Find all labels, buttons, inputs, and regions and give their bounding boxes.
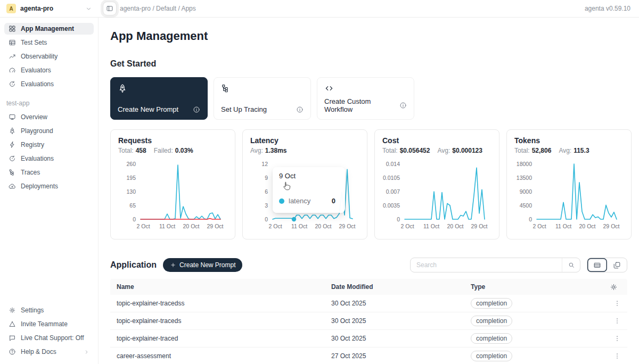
app-version: agenta v0.59.10 — [585, 5, 639, 12]
table-row[interactable]: topic-explainer-tracedss30 Oct 2025compl… — [110, 295, 627, 312]
svg-text:0.014: 0.014 — [386, 161, 400, 167]
svg-text:2 Oct: 2 Oct — [268, 223, 282, 229]
sidebar-item-overview[interactable]: Overview — [4, 111, 94, 123]
row-actions-kebab-icon[interactable] — [613, 300, 621, 307]
code-icon — [324, 84, 407, 93]
sidebar-item-label: Help & Docs — [21, 348, 56, 355]
workspace-name: agenta-pro — [20, 5, 81, 12]
requests-stat: Total:458 — [118, 147, 146, 154]
get-started-card-label: Set Up Tracing — [221, 105, 267, 113]
svg-text:0.007: 0.007 — [386, 188, 400, 195]
workspace-selector[interactable]: A agenta-pro — [0, 4, 99, 13]
sidebar-item-settings[interactable]: Settings — [4, 304, 94, 316]
app-name-cell: topic-explainer-tracedss — [110, 300, 325, 307]
page-title: App Management — [110, 29, 627, 43]
table-row[interactable]: topic-explainer-traceds30 Oct 2025comple… — [110, 312, 627, 330]
chart-icon — [9, 53, 16, 60]
chat-icon — [9, 334, 16, 342]
sidebar-item-invite-teammate[interactable]: Invite Teammate — [4, 318, 94, 330]
row-actions-kebab-icon[interactable] — [613, 335, 621, 342]
sidebar-item-evaluations[interactable]: Evaluations — [4, 78, 94, 90]
sidebar-item-observability[interactable]: Observability — [4, 51, 94, 62]
sidebar-item-playground[interactable]: Playground — [4, 125, 94, 137]
cost-chart[interactable]: 00.00350.0070.01050.0142 Oct11 Oct20 Oct… — [382, 158, 491, 232]
latency-metric-card: LatencyAvg:1.38ms0369122 Oct11 Oct20 Oct… — [242, 129, 367, 239]
sidebar-item-label: Evaluations — [21, 80, 54, 88]
get-started-card-set-up-tracing[interactable]: Set Up Tracing — [214, 77, 311, 120]
rocket-icon — [118, 84, 200, 93]
svg-text:9: 9 — [265, 175, 268, 181]
sidebar-item-live-chat-support-off[interactable]: Live Chat Support: Off — [4, 332, 94, 344]
get-started-card-create-new-prompt[interactable]: Create New Prompt — [110, 77, 208, 120]
table-row[interactable]: topic-explainer-traced30 Oct 2025complet… — [110, 330, 627, 348]
svg-text:0.0035: 0.0035 — [383, 202, 400, 209]
sidebar-item-label: Overview — [21, 113, 47, 121]
tokens-metric-card: TokensTotal:52,806Avg:115.30450090001350… — [506, 129, 632, 239]
svg-text:20 Oct: 20 Oct — [183, 223, 200, 229]
tooltip-series-row: latency0 — [279, 197, 339, 205]
sidebar-item-app-management[interactable]: App Management — [4, 23, 94, 35]
row-actions-kebab-icon[interactable] — [613, 352, 621, 360]
apps-table: Name Date Modified Type topic-explainer-… — [110, 279, 627, 364]
table-view-button[interactable] — [587, 258, 607, 272]
application-heading: Application — [110, 260, 157, 270]
date-modified-cell: 30 Oct 2025 — [325, 300, 464, 307]
chart-tooltip: 9 Octlatency0 — [273, 167, 345, 213]
table-body: topic-explainer-tracedss30 Oct 2025compl… — [110, 295, 627, 364]
row-actions-kebab-icon[interactable] — [613, 317, 621, 325]
sidebar-item-deployments[interactable]: Deployments — [4, 180, 94, 192]
application-header-row: Application Create New Prompt — [110, 258, 627, 272]
svg-text:0: 0 — [133, 216, 136, 222]
svg-text:0.0105: 0.0105 — [383, 175, 400, 181]
rocket-icon — [9, 127, 16, 135]
create-new-prompt-button[interactable]: Create New Prompt — [163, 258, 242, 272]
info-icon[interactable] — [399, 102, 407, 109]
tokens-card-title: Tokens — [514, 136, 624, 145]
sidebar-item-label: Invite Teammate — [21, 320, 68, 328]
svg-text:20 Oct: 20 Oct — [315, 223, 332, 229]
panel-toggle-icon — [106, 5, 113, 12]
info-icon[interactable] — [193, 106, 200, 113]
svg-text:2 Oct: 2 Oct — [532, 223, 546, 229]
triangle-icon — [9, 320, 16, 328]
table-settings-gear-icon[interactable] — [610, 283, 618, 291]
svg-text:11 Oct: 11 Oct — [159, 223, 175, 229]
tokens-chart[interactable]: 04500900013500180002 Oct11 Oct20 Oct29 O… — [514, 158, 624, 232]
svg-text:20 Oct: 20 Oct — [447, 223, 464, 229]
search-input[interactable] — [411, 261, 562, 269]
info-icon[interactable] — [296, 106, 304, 113]
sidebar-nav-project: OverviewPlaygroundRegistryEvaluationsTra… — [0, 111, 98, 194]
sidebar-item-registry[interactable]: Registry — [4, 139, 94, 151]
latency-stat: Avg:1.38ms — [250, 147, 287, 154]
type-cell: completion — [464, 316, 580, 326]
search-icon — [568, 261, 575, 269]
create-new-prompt-label: Create New Prompt — [179, 261, 235, 269]
sidebar-item-help-docs[interactable]: Help & Docs — [4, 346, 94, 358]
tokens-stat: Total:52,806 — [514, 147, 551, 154]
view-switcher — [587, 258, 627, 272]
svg-text:20 Oct: 20 Oct — [579, 223, 596, 229]
date-modified-cell: 30 Oct 2025 — [325, 335, 464, 342]
table-row[interactable]: career-assessment27 Oct 2025completion — [110, 348, 627, 364]
sidebar-toggle-button[interactable] — [103, 2, 117, 15]
sidebar-item-test-sets[interactable]: Test Sets — [4, 37, 94, 48]
main-content: App Management Get Started Create New Pr… — [99, 18, 639, 364]
sidebar-item-evaluators[interactable]: Evaluators — [4, 64, 94, 76]
svg-text:2 Oct: 2 Oct — [400, 223, 414, 229]
card-view-icon — [613, 261, 621, 269]
get-started-card-create-custom-workflow[interactable]: Create Custom Workflow — [317, 77, 414, 120]
requests-chart[interactable]: 0651301952602 Oct11 Oct20 Oct29 Oct — [118, 158, 227, 232]
bolt-icon — [9, 141, 16, 148]
breadcrumb[interactable]: agenta-pro / Default / Apps — [120, 5, 196, 12]
sidebar-item-evaluations[interactable]: Evaluations — [4, 153, 94, 164]
search-button[interactable] — [562, 258, 580, 272]
app-name-cell: topic-explainer-traced — [110, 335, 325, 342]
cost-card-title: Cost — [382, 136, 491, 145]
card-view-button[interactable] — [607, 258, 627, 272]
svg-text:13500: 13500 — [517, 175, 532, 181]
svg-text:130: 130 — [126, 188, 136, 195]
sidebar-item-traces[interactable]: Traces — [4, 167, 94, 178]
svg-text:11 Oct: 11 Oct — [423, 223, 439, 229]
svg-text:0: 0 — [529, 216, 532, 222]
svg-text:4500: 4500 — [520, 202, 532, 209]
